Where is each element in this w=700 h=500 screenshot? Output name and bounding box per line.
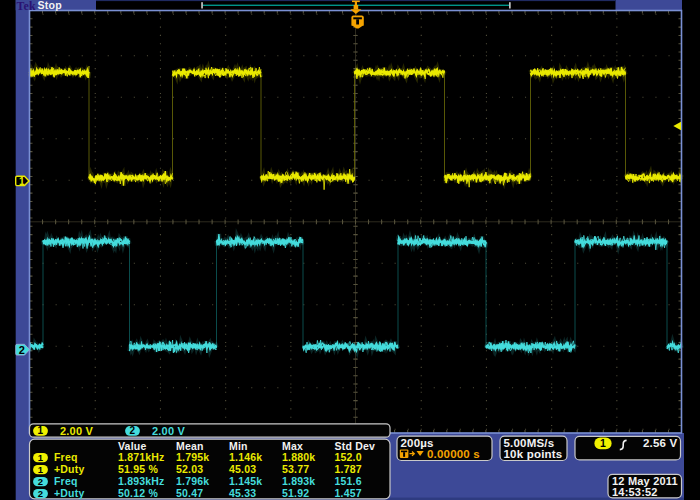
svg-text:2: 2 [130, 425, 136, 436]
svg-text:1.457: 1.457 [335, 487, 362, 499]
svg-text:Tek: Tek [17, 0, 36, 13]
svg-text:Stop: Stop [38, 0, 63, 11]
svg-text:2: 2 [19, 344, 25, 356]
svg-text:+Duty: +Duty [54, 463, 84, 475]
svg-text:151.6: 151.6 [335, 475, 362, 487]
svg-text:0.00000 s: 0.00000 s [427, 448, 480, 460]
svg-text:1.893kHz: 1.893kHz [118, 475, 165, 487]
svg-text:50.12 %: 50.12 % [118, 487, 158, 499]
svg-text:1.146k: 1.146k [229, 451, 262, 463]
svg-text:1.795k: 1.795k [176, 451, 209, 463]
svg-text:1.871kHz: 1.871kHz [118, 451, 165, 463]
svg-text:1.880k: 1.880k [282, 451, 315, 463]
svg-text:1: 1 [38, 464, 44, 475]
svg-text:1: 1 [19, 176, 25, 187]
svg-text:Freq: Freq [54, 475, 78, 487]
svg-text:45.33: 45.33 [229, 487, 256, 499]
svg-text:51.95 %: 51.95 % [118, 463, 158, 475]
svg-text:1: 1 [38, 425, 44, 436]
svg-text:53.77: 53.77 [282, 463, 309, 475]
svg-text:2.56 V: 2.56 V [643, 437, 678, 449]
svg-text:2.00 V: 2.00 V [60, 425, 93, 437]
svg-text:1: 1 [600, 437, 606, 449]
svg-text:2: 2 [38, 488, 43, 499]
svg-text:1.796k: 1.796k [176, 475, 209, 487]
svg-text:51.92: 51.92 [282, 487, 309, 499]
svg-text:14:53:52: 14:53:52 [612, 486, 658, 498]
svg-text:152.0: 152.0 [335, 451, 362, 463]
svg-text:Freq: Freq [54, 451, 78, 463]
svg-text:1.787: 1.787 [335, 463, 362, 475]
svg-text:+Duty: +Duty [54, 487, 84, 499]
svg-text:52.03: 52.03 [176, 463, 203, 475]
svg-text:1.893k: 1.893k [282, 475, 315, 487]
svg-text:1: 1 [38, 452, 44, 463]
svg-text:2: 2 [38, 476, 43, 487]
svg-text:2.00 V: 2.00 V [152, 425, 185, 437]
svg-text:45.03: 45.03 [229, 463, 256, 475]
svg-text:10k points: 10k points [504, 448, 563, 460]
svg-text:1.145k: 1.145k [229, 475, 262, 487]
svg-text:50.47: 50.47 [176, 487, 203, 499]
